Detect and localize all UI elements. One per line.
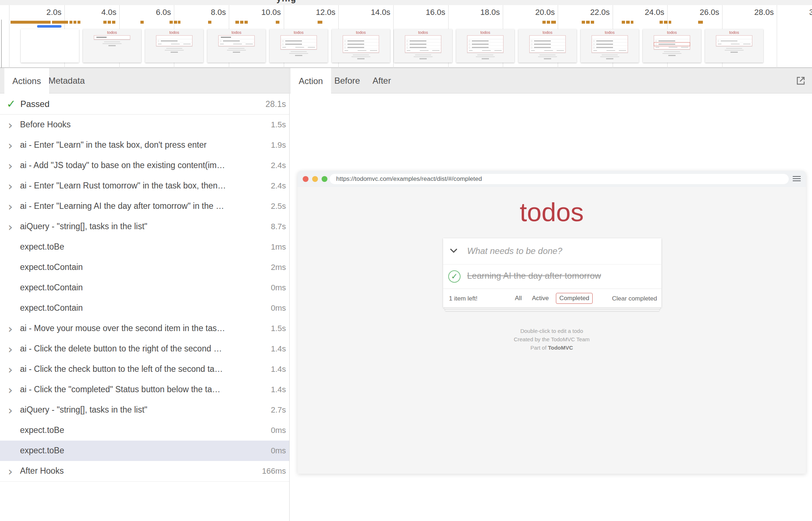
action-row[interactable]: expect.toContain2ms (0, 257, 289, 278)
thumbnail-footer-dash (246, 44, 253, 44)
thumbnail-todo-item (343, 39, 379, 43)
thumbnail-todo-card (529, 35, 566, 53)
filmstrip-thumbnail[interactable]: todos (456, 29, 514, 63)
traffic-light-green-icon (322, 176, 327, 182)
thumbnail-footer-dash (308, 47, 315, 48)
thumbnail-info-line (606, 58, 613, 59)
toggle-all-chevron-icon[interactable] (450, 248, 458, 254)
page-url: https://todomvc.com/examples/react/dist/… (336, 174, 789, 184)
action-row[interactable]: ›ai - Move your mouse over the second it… (0, 318, 289, 339)
action-row[interactable]: ›After Hooks166ms (0, 461, 289, 481)
thumbnail-footer-row (156, 43, 192, 46)
chevron-right-icon[interactable]: › (8, 322, 13, 336)
filmstrip-thumbnail[interactable]: todos (705, 29, 763, 63)
action-row[interactable]: expect.toBe0ms (0, 441, 289, 461)
open-snapshot-external-icon[interactable] (795, 75, 806, 86)
thumbnail-todo-textbar (658, 44, 675, 45)
filmstrip-thumbnail[interactable]: todos (270, 29, 328, 63)
thumbnail-todo-circle (531, 40, 533, 42)
chevron-right-icon[interactable]: › (8, 159, 13, 173)
timeline-tick-label: 20.0s (523, 8, 555, 17)
filmstrip-thumbnail[interactable]: todos (83, 29, 141, 63)
chevron-right-icon[interactable]: › (8, 139, 13, 152)
chevron-right-icon[interactable]: › (8, 118, 13, 132)
tab-after-label: After (373, 76, 391, 86)
thumbnail-app-title: todos (394, 30, 452, 35)
thumbnail-todo-textbar (285, 40, 302, 41)
chevron-right-icon[interactable]: › (8, 220, 13, 234)
thumbnail-info-line (351, 56, 370, 57)
timeline-filmstrip[interactable]: 2.0s4.0s6.0s8.0s10.0s12.0s14.0s16.0s18.0… (0, 5, 812, 68)
new-todo-input[interactable]: What needs to be done? (467, 246, 562, 256)
todo-toggle-checked-icon[interactable]: ✓ (448, 270, 461, 283)
thumbnail-app-title: todos (145, 30, 203, 35)
snapshot-panel: Action Before After https://todomvc.com/… (290, 68, 812, 521)
action-row[interactable]: ›ai - Enter "Learn Rust tomorrow" in the… (0, 176, 289, 196)
chevron-right-icon[interactable]: › (8, 403, 13, 417)
filmstrip-thumbnail[interactable]: todos (332, 29, 390, 63)
action-row[interactable]: ›ai - Click the "completed" Status butto… (0, 379, 289, 400)
thumbnail-todo-circle (655, 43, 657, 45)
action-row[interactable]: ›ai - Click the delete button to the rig… (0, 339, 289, 359)
thumbnail-footer-dash (482, 50, 491, 51)
chevron-right-icon[interactable]: › (8, 342, 13, 356)
filter-completed[interactable]: Completed (556, 293, 592, 304)
action-row[interactable]: ›ai - Click the check button to the left… (0, 359, 289, 379)
filmstrip-thumbnail[interactable]: todos (581, 29, 639, 63)
thumbnail-info-line (419, 58, 427, 59)
action-row[interactable]: expect.toBe1ms (0, 237, 289, 257)
chevron-right-icon[interactable]: › (8, 200, 13, 214)
action-duration-mark (664, 21, 668, 24)
thumbnail-app-title: todos (705, 30, 763, 35)
action-row[interactable]: expect.toContain0ms (0, 298, 289, 318)
thumbnail-todo-textbar (410, 44, 426, 45)
clear-completed-button[interactable]: Clear completed (612, 295, 657, 302)
action-duration-mark (318, 21, 322, 24)
action-row[interactable]: expect.toBe0ms (0, 420, 289, 441)
action-row[interactable]: ›aiQuery - "string[], tasks in the list"… (0, 400, 289, 420)
chevron-right-icon[interactable]: › (8, 383, 13, 397)
action-row[interactable]: ›Before Hooks1.5s (0, 115, 289, 135)
filmstrip-thumbnail[interactable]: todos (145, 29, 203, 63)
action-duration-mark (103, 21, 107, 24)
thumbnail-footer-dash (681, 47, 688, 48)
action-row[interactable]: expect.toContain0ms (0, 278, 289, 298)
thumbnail-todo-textbar (161, 40, 178, 41)
filmstrip-thumbnail[interactable]: todos (643, 29, 701, 63)
thumbnail-todo-circle (469, 47, 470, 48)
chevron-right-icon[interactable]: › (8, 179, 13, 193)
chevron-right-icon[interactable]: › (8, 465, 13, 478)
action-duration: 8.7s (271, 222, 286, 231)
todo-item-label[interactable]: Learning AI the day after tomorrow (467, 271, 601, 281)
action-row[interactable]: ›aiQuery - "string[], tasks in the list"… (0, 216, 289, 237)
tab-before[interactable]: Before (326, 68, 368, 94)
filmstrip-thumbnail[interactable]: todos (518, 29, 577, 63)
action-list: ›Before Hooks1.5s›ai - Enter "Learn" in … (0, 115, 289, 482)
thumbnail-todo-item (343, 46, 379, 49)
action-row[interactable]: ›ai - Enter "Learn" in the task box, don… (0, 135, 289, 155)
tab-after[interactable]: After (365, 68, 399, 94)
filter-active[interactable]: Active (529, 293, 552, 303)
action-row[interactable]: ›ai - Enter "Learning AI the day after t… (0, 196, 289, 216)
filmstrip-thumbnail[interactable]: todos (207, 29, 266, 63)
thumbnail-info-line (295, 55, 302, 56)
thumbnail-todo-textbar (472, 40, 489, 41)
action-label: ai - Enter "Learn Rust tomorrow" in the … (20, 181, 226, 191)
timeline-tick-label: 2.0s (29, 8, 61, 17)
filmstrip-thumbnail[interactable] (21, 29, 79, 63)
tab-action[interactable]: Action (291, 68, 331, 94)
chevron-right-icon[interactable]: › (8, 363, 13, 377)
thumbnail-todo-circle (593, 40, 595, 42)
tab-actions[interactable]: Actions (4, 68, 49, 94)
todo-card: What needs to be done? ✓ Learning AI the… (443, 238, 661, 307)
action-duration-mark (551, 21, 556, 24)
action-label: ai - Click the "completed" Status button… (20, 385, 220, 394)
filmstrip-thumbnail[interactable]: todos (394, 29, 452, 63)
thumbnail-todo-textbar (410, 40, 426, 41)
action-duration-mark (660, 21, 663, 24)
action-row[interactable]: ›ai - Add "JS today" to base on the exis… (0, 155, 289, 176)
filter-all[interactable]: All (512, 293, 525, 303)
action-duration-mark (112, 21, 115, 24)
thumbnail-todo-circle (406, 40, 408, 42)
thumbnail-typed-text (221, 37, 231, 38)
